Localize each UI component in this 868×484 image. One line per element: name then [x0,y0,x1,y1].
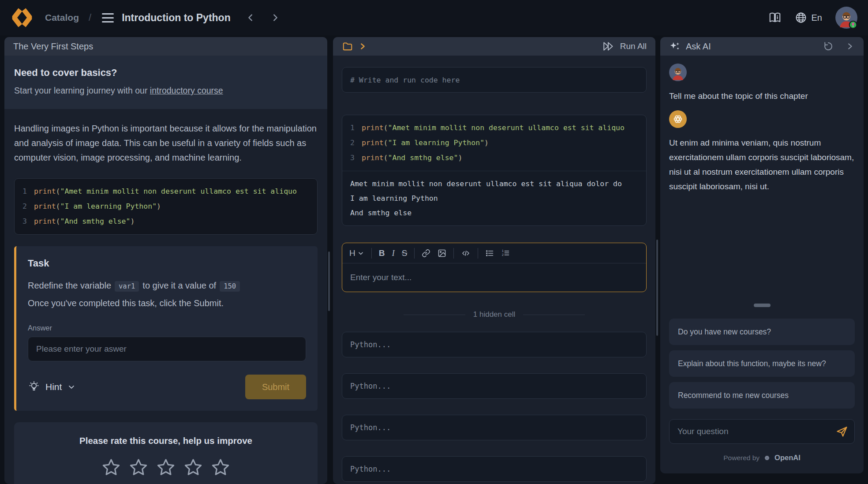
run-all-button[interactable]: Run All [602,41,647,52]
collapse-panel-icon[interactable] [845,41,855,51]
basics-banner: Need to cover basics? Start your learnin… [4,56,327,109]
italic-button[interactable]: I [392,248,394,258]
breadcrumb-catalog[interactable]: Catalog [45,12,79,23]
editor-text-area[interactable]: Enter your text... [342,263,646,292]
heading-button[interactable]: H [349,248,364,258]
python-cell-placeholder[interactable]: Python... [342,415,647,440]
bullet-list-button[interactable] [485,249,494,258]
bold-button[interactable]: B [379,248,385,258]
suggestion-chip[interactable]: Explain about this function, maybe its n… [669,350,855,377]
star-icon[interactable] [156,458,176,478]
output-line: I am learning Python [350,191,638,206]
link-button[interactable] [422,249,430,258]
task-title: Task [28,258,306,269]
send-icon[interactable] [836,425,848,438]
suggestion-chip[interactable]: Do you have new courses? [669,319,855,345]
notebook-header: Run All [333,37,655,56]
task-text: to give it a value of [142,281,216,290]
chat-history: Tell me about the topic of this chapter … [660,56,864,194]
next-chapter-icon[interactable] [270,13,280,23]
openai-logo-icon [763,454,771,462]
chapter-title: The Very First Steps [13,41,93,52]
powered-by: Powered by OpenAI [669,454,855,462]
code-line: 3print("And smthg else") [22,214,309,229]
ask-ai-header: Ask AI [660,37,864,56]
reset-chat-icon[interactable] [823,41,834,52]
theory-panel: The Very First Steps Need to cover basic… [4,37,327,484]
run-all-icon [602,41,615,52]
chat-resize-handle[interactable] [754,304,771,307]
svg-text:2: 2 [502,253,504,256]
user-avatar[interactable] [835,7,857,29]
lesson-paragraph: Handling images in Python is important b… [4,109,327,165]
star-icon[interactable] [128,458,149,478]
python-cell-placeholder[interactable]: Python... [342,332,647,357]
strikethrough-button[interactable]: S [402,248,408,258]
sparkles-icon [669,41,681,52]
star-icon[interactable] [101,458,121,478]
chevron-down-icon [67,383,76,391]
output-line: And smthg else [350,206,638,220]
introductory-course-link[interactable]: introductory course [150,86,223,95]
chapters-menu-icon[interactable] [102,13,114,23]
svg-text:1: 1 [502,249,504,252]
hint-button[interactable]: Hint [28,381,76,393]
expand-files-icon[interactable] [358,41,367,51]
question-bar [669,419,855,444]
cell-output-area: Amet minim mollit non deserunt ullamco e… [342,171,646,225]
python-cell-placeholder[interactable]: Python... [342,456,647,482]
toolbar-divider [478,248,478,259]
executed-code-cell[interactable]: 1print("Amet minim mollit non deserunt u… [342,115,647,226]
theory-scrollbar[interactable] [328,251,330,311]
ai-message: Ut enim ad minima veniam, quis nostrum e… [669,135,855,194]
basics-text: Start your learning journey with our [14,86,147,95]
suggestion-chip[interactable]: Recommend to me new courses [669,382,855,409]
ask-ai-title: Ask AI [686,41,711,52]
bullet-list-icon [485,249,494,258]
image-button[interactable] [438,249,446,258]
language-switcher[interactable]: En [795,11,822,24]
toolbar-divider [414,248,415,259]
star-icon[interactable] [210,458,231,478]
code-editor-area[interactable]: 1print("Amet minim mollit non deserunt u… [342,115,646,171]
lightbulb-icon [28,381,40,393]
globe-icon [795,11,807,24]
answer-input[interactable] [28,337,306,361]
task-card: Task Redefine the variablevar1to give it… [14,246,318,411]
code-icon [461,249,471,258]
star-icon[interactable] [183,458,203,478]
question-input[interactable] [677,427,836,436]
lesson-code-block[interactable]: 1print("Amet minim mollit non deserunt u… [14,178,318,235]
prev-chapter-icon[interactable] [246,13,255,23]
rating-title: Please rate this course, help us improve [23,435,309,446]
python-cell-placeholder[interactable]: Python... [342,373,647,399]
answer-label: Answer [28,324,306,332]
powered-by-text: Powered by [723,454,760,462]
ai-message-avatar [669,110,687,128]
brand-logo-icon[interactable] [11,6,34,29]
output-line: Amet minim mollit non deserunt ullamco e… [350,176,638,191]
rating-stars [23,458,309,478]
toolbar-divider [371,248,372,259]
code-line: 3print("And smthg else") [350,150,638,165]
value-chip: 150 [220,281,240,292]
code-line: 1print("Amet minim mollit non deserunt u… [350,120,638,135]
numbered-list-button[interactable]: 1 2 [501,249,510,258]
notebook-scrollbar[interactable] [656,240,658,336]
variable-chip: var1 [115,281,139,292]
files-folder-icon[interactable] [342,41,353,52]
handbook-icon[interactable] [768,11,782,24]
language-label: En [812,13,822,23]
hidden-cells-label: 1 hidden cell [473,310,515,319]
toolbar-divider [453,248,454,259]
divider-line [404,315,465,315]
hidden-cells-divider[interactable]: 1 hidden cell [342,310,647,319]
scratch-code-cell[interactable]: # Write and run code here [342,67,647,93]
code-button[interactable] [461,249,471,258]
rating-card: Please rate this course, help us improve [14,422,318,484]
submit-button[interactable]: Submit [245,375,306,399]
code-line: 2print("I am learning Python") [350,135,638,150]
code-line: 1print("Amet minim mollit non deserunt u… [22,184,309,199]
link-icon [422,249,430,258]
rich-text-cell: H B I S [342,243,647,292]
